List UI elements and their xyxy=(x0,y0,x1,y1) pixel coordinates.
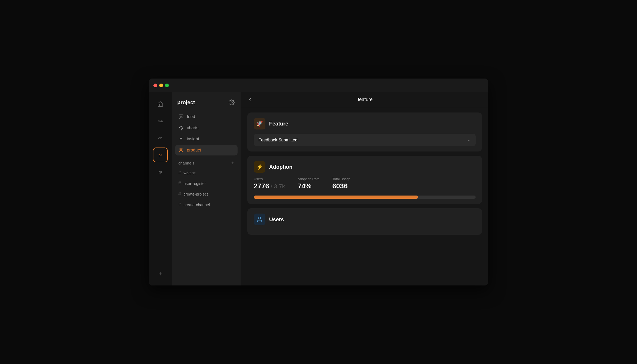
charts-icon xyxy=(178,125,184,131)
ch-label: ch xyxy=(158,136,162,140)
feature-card-header: 🚀 Feature xyxy=(254,118,476,129)
svg-point-0 xyxy=(231,102,233,103)
feature-card-title: Feature xyxy=(269,121,288,127)
pr-label: pr xyxy=(158,153,162,157)
adoption-rate-stat: Adoption Rate 74% xyxy=(298,177,320,190)
icon-sidebar: ma ch pr gi + xyxy=(149,92,172,285)
users-number: 2776 xyxy=(254,182,269,190)
titlebar xyxy=(149,79,488,92)
users-value: 2776 / 3.7k xyxy=(254,182,285,190)
back-button[interactable] xyxy=(247,97,253,102)
svg-point-7 xyxy=(179,148,183,152)
adoption-rate-value: 74% xyxy=(298,182,320,190)
channel-label: create-channel xyxy=(183,202,210,207)
channel-label: user-register xyxy=(183,181,206,186)
hash-icon: # xyxy=(178,181,181,186)
total-usage-value: 6036 xyxy=(332,182,351,190)
channel-item-create-channel[interactable]: # create-channel xyxy=(175,200,238,210)
users-card: Users xyxy=(247,208,482,235)
feature-card: 🚀 Feature Feedback Submitted ⌄ xyxy=(247,112,482,151)
close-button[interactable] xyxy=(153,84,157,87)
product-label: product xyxy=(187,148,201,153)
nav-sidebar: project feed xyxy=(172,92,241,285)
chevron-down-icon: ⌄ xyxy=(467,137,471,142)
users-card-title: Users xyxy=(269,216,284,223)
nav-title: project xyxy=(177,99,195,106)
total-usage-stat: Total Usage 6036 xyxy=(332,177,351,190)
main-header: feature xyxy=(241,92,488,107)
nav-item-product[interactable]: product xyxy=(175,145,238,155)
sidebar-item-home[interactable] xyxy=(153,97,168,111)
adoption-stats: Users 2776 / 3.7k Adoption Rate 74% Tota… xyxy=(254,177,476,190)
hash-icon: # xyxy=(178,191,181,197)
nav-header: project xyxy=(175,97,238,111)
channel-item-user-register[interactable]: # user-register xyxy=(175,178,238,188)
feature-icon: 🚀 xyxy=(254,118,265,129)
ma-label: ma xyxy=(158,119,163,123)
main-content: feature 🚀 Feature Feedback Submitted ⌄ xyxy=(241,92,488,285)
insight-label: insight xyxy=(187,137,199,141)
adoption-icon: ⚡ xyxy=(254,161,265,173)
feed-label: feed xyxy=(187,114,195,119)
channel-item-create-project[interactable]: # create-project xyxy=(175,189,238,199)
users-label: Users xyxy=(254,177,285,181)
adoption-card-title: Adoption xyxy=(269,164,292,170)
channels-label: channels xyxy=(178,161,194,165)
channel-label: waitlist xyxy=(183,171,195,175)
nav-item-feed[interactable]: feed xyxy=(175,111,238,122)
adoption-card: ⚡ Adoption Users 2776 / 3.7k xyxy=(247,156,482,204)
sidebar-add-button[interactable]: + xyxy=(153,266,168,281)
adoption-progress-bar xyxy=(254,196,476,199)
sidebar-item-ma[interactable]: ma xyxy=(153,114,168,128)
main-header-title: feature xyxy=(257,97,474,102)
users-stat: Users 2776 / 3.7k xyxy=(254,177,285,190)
sidebar-item-pr[interactable]: pr xyxy=(153,148,168,162)
channels-add-button[interactable]: + xyxy=(231,160,234,166)
users-svg-icon xyxy=(256,216,263,223)
gi-label: gi xyxy=(159,170,162,174)
app-window: ma ch pr gi + project xyxy=(149,79,488,285)
home-icon xyxy=(157,101,163,107)
gear-icon xyxy=(229,99,235,105)
minimize-button[interactable] xyxy=(159,84,163,87)
users-secondary: / 3.7k xyxy=(271,183,285,190)
charts-label: charts xyxy=(187,125,199,130)
maximize-button[interactable] xyxy=(165,84,169,87)
total-usage-label: Total Usage xyxy=(332,177,351,181)
insight-icon xyxy=(178,136,184,142)
channel-item-waitlist[interactable]: # waitlist xyxy=(175,168,238,178)
product-icon xyxy=(178,148,184,153)
nav-item-insight[interactable]: insight xyxy=(175,134,238,144)
channel-label: create-project xyxy=(183,192,208,196)
hash-icon: # xyxy=(178,202,181,207)
adoption-rate-label: Adoption Rate xyxy=(298,177,320,181)
adoption-card-header: ⚡ Adoption xyxy=(254,161,476,173)
channels-header: channels + xyxy=(175,156,238,168)
feedback-label: Feedback Submitted xyxy=(259,138,298,142)
nav-item-charts[interactable]: charts xyxy=(175,123,238,133)
settings-button[interactable] xyxy=(228,99,235,106)
back-icon xyxy=(247,97,253,102)
app-body: ma ch pr gi + project xyxy=(149,92,488,285)
main-scroll-area[interactable]: 🚀 Feature Feedback Submitted ⌄ ⚡ xyxy=(241,107,488,285)
sidebar-item-ch[interactable]: ch xyxy=(153,131,168,145)
users-card-header: Users xyxy=(254,214,476,225)
feedback-row[interactable]: Feedback Submitted ⌄ xyxy=(254,134,476,146)
users-icon xyxy=(254,214,265,225)
hash-icon: # xyxy=(178,170,181,175)
feed-icon xyxy=(178,114,184,119)
sidebar-item-gi[interactable]: gi xyxy=(153,164,168,179)
svg-marker-1 xyxy=(179,126,183,131)
adoption-progress-fill xyxy=(254,196,418,199)
svg-point-8 xyxy=(259,217,261,219)
